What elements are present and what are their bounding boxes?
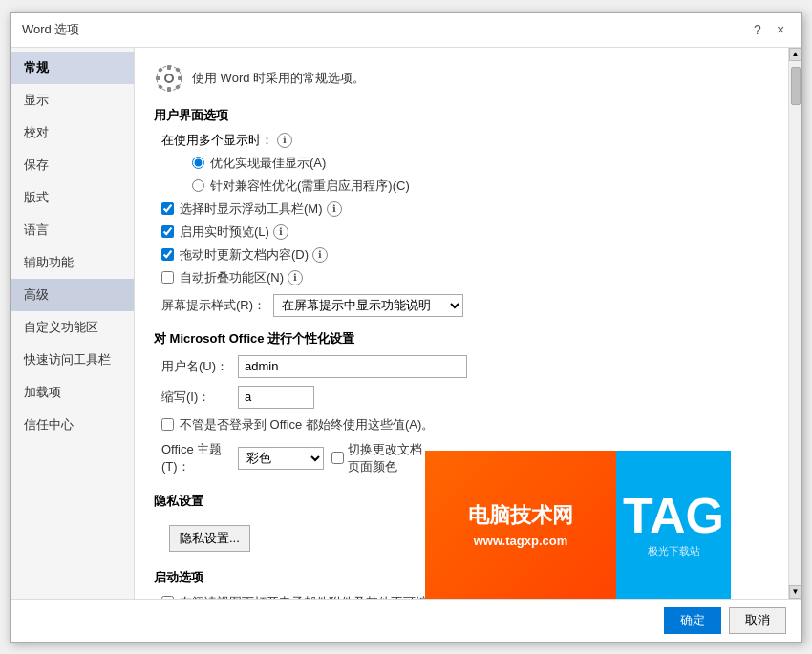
sidebar-item-快速访问工具栏[interactable]: 快速访问工具栏 xyxy=(11,344,134,376)
svg-rect-3 xyxy=(167,87,171,92)
radio1-label[interactable]: 优化实现最佳显示(A) xyxy=(210,155,326,172)
sidebar-item-常规[interactable]: 常规 xyxy=(11,52,134,84)
theme-label: Office 主题(T)： xyxy=(161,441,238,475)
startup-cb1-label[interactable]: 在阅读视图下打开电子邮件附件及其他不可编辑的文档(O) xyxy=(180,594,496,599)
sidebar-item-校对[interactable]: 校对 xyxy=(11,116,134,149)
sidebar-item-显示[interactable]: 显示 xyxy=(11,84,134,116)
svg-rect-4 xyxy=(156,76,160,80)
ok-button[interactable]: 确定 xyxy=(664,607,721,634)
title-buttons: ? × xyxy=(748,20,790,39)
svg-rect-2 xyxy=(167,65,171,70)
sidebar-item-自定义功能区[interactable]: 自定义功能区 xyxy=(11,311,134,344)
scroll-thumb[interactable] xyxy=(791,67,801,105)
radio1-row[interactable]: 优化实现最佳显示(A) xyxy=(154,155,769,172)
bottom-bar: 确定 取消 xyxy=(11,599,801,642)
cb-collapse-ribbon[interactable] xyxy=(161,271,174,284)
scroll-down-arrow[interactable]: ▼ xyxy=(789,585,802,599)
cb4-row[interactable]: 自动折叠功能区(N) ℹ xyxy=(154,269,769,286)
display-label: 在使用多个显示时： xyxy=(161,132,273,149)
info-icon-display: ℹ xyxy=(277,133,292,148)
info-icon-theme: ℹ xyxy=(428,451,443,466)
screen-tip-label: 屏幕提示样式(R)： xyxy=(161,297,266,314)
sidebar-item-版式[interactable]: 版式 xyxy=(11,181,134,214)
cb3-label[interactable]: 拖动时更新文档内容(D) xyxy=(180,246,309,264)
cb-update-doc[interactable] xyxy=(161,248,174,261)
theme-row: Office 主题(T)： 彩色深灰色黑色白色 切换更改文档页面颜色 ℹ xyxy=(154,441,769,475)
info-icon-cb3: ℹ xyxy=(312,247,328,263)
group-privacy-title: 隐私设置 xyxy=(154,493,769,510)
section-description: 使用 Word 时采用的常规选项。 xyxy=(192,70,365,87)
username-label: 用户名(U)： xyxy=(161,358,238,375)
dialog-title: Word 选项 xyxy=(22,21,79,38)
info-icon-cb4: ℹ xyxy=(288,270,303,285)
info-icon-cb2: ℹ xyxy=(273,224,288,240)
initials-row: 缩写(I)： xyxy=(154,386,769,409)
sidebar-item-信任中心[interactable]: 信任中心 xyxy=(11,409,134,441)
radio2-row[interactable]: 针对兼容性优化(需重启应用程序)(C) xyxy=(154,178,769,195)
title-bar: Word 选项 ? × xyxy=(11,13,801,48)
svg-rect-6 xyxy=(158,67,163,73)
scroll-up-arrow[interactable]: ▲ xyxy=(789,48,802,61)
cb1-label[interactable]: 选择时显示浮动工具栏(M) xyxy=(180,200,323,218)
cb-floating-toolbar[interactable] xyxy=(161,202,174,215)
main-content: 使用 Word 时采用的常规选项。 用户界面选项 在使用多个显示时： ℹ 优化实… xyxy=(135,48,788,599)
theme-extra-label[interactable]: 切换更改文档页面颜色 xyxy=(348,441,424,475)
theme-select[interactable]: 彩色深灰色黑色白色 xyxy=(238,447,324,470)
info-icon-cb1: ℹ xyxy=(327,201,342,217)
initials-label: 缩写(I)： xyxy=(161,389,238,406)
sidebar: 常规显示校对保存版式语言辅助功能高级自定义功能区快速访问工具栏加载项信任中心 xyxy=(11,48,135,599)
display-label-row: 在使用多个显示时： ℹ xyxy=(154,132,769,149)
cb1-row[interactable]: 选择时显示浮动工具栏(M) ℹ xyxy=(154,200,769,218)
help-button[interactable]: ? xyxy=(748,20,767,39)
always-use-row[interactable]: 不管是否登录到 Office 都始终使用这些值(A)。 xyxy=(154,416,769,433)
group-office-title: 对 Microsoft Office 进行个性化设置 xyxy=(154,330,769,348)
svg-rect-5 xyxy=(178,76,182,80)
sidebar-item-高级[interactable]: 高级 xyxy=(11,279,134,311)
cb-live-preview[interactable] xyxy=(161,225,174,238)
sidebar-item-保存[interactable]: 保存 xyxy=(11,149,134,181)
always-use-label[interactable]: 不管是否登录到 Office 都始终使用这些值(A)。 xyxy=(180,416,434,433)
settings-icon xyxy=(154,63,184,94)
dialog-body: 常规显示校对保存版式语言辅助功能高级自定义功能区快速访问工具栏加载项信任中心 xyxy=(11,48,801,599)
cb2-row[interactable]: 启用实时预览(L) ℹ xyxy=(154,223,769,241)
radio-compat[interactable] xyxy=(192,179,204,192)
sidebar-item-加载项[interactable]: 加载项 xyxy=(11,376,134,409)
svg-point-0 xyxy=(165,74,173,82)
startup-cb1-row[interactable]: 在阅读视图下打开电子邮件附件及其他不可编辑的文档(O) xyxy=(154,594,769,599)
scrollbar[interactable]: ▲ ▼ xyxy=(788,48,801,599)
screen-tip-row: 屏幕提示样式(R)： 在屏幕提示中显示功能说明不在屏幕提示中显示功能说明不显示屏… xyxy=(154,294,769,317)
privacy-settings-button[interactable]: 隐私设置... xyxy=(169,525,250,552)
cb-theme-extra[interactable] xyxy=(331,452,344,464)
word-options-dialog: Word 选项 ? × 常规显示校对保存版式语言辅助功能高级自定义功能区快速访问… xyxy=(10,12,802,643)
username-row: 用户名(U)： xyxy=(154,355,769,378)
cancel-button[interactable]: 取消 xyxy=(729,607,786,634)
username-input[interactable] xyxy=(238,355,467,378)
cb4-label[interactable]: 自动折叠功能区(N) xyxy=(180,269,284,286)
cb2-label[interactable]: 启用实时预览(L) xyxy=(180,223,269,241)
sidebar-item-语言[interactable]: 语言 xyxy=(11,214,134,246)
cb-always-use[interactable] xyxy=(161,418,174,431)
group-ui-title: 用户界面选项 xyxy=(154,107,769,124)
cb-open-readonly[interactable] xyxy=(161,596,174,599)
cb3-row[interactable]: 拖动时更新文档内容(D) ℹ xyxy=(154,246,769,264)
radio2-label[interactable]: 针对兼容性优化(需重启应用程序)(C) xyxy=(210,178,410,195)
section-header: 使用 Word 时采用的常规选项。 xyxy=(154,63,769,94)
screen-tip-select[interactable]: 在屏幕提示中显示功能说明不在屏幕提示中显示功能说明不显示屏幕提示 xyxy=(273,294,463,317)
sidebar-item-辅助功能[interactable]: 辅助功能 xyxy=(11,246,134,279)
group-startup-title: 启动选项 xyxy=(154,569,769,586)
radio-optimize-display[interactable] xyxy=(192,157,204,169)
close-button[interactable]: × xyxy=(771,20,790,39)
initials-input[interactable] xyxy=(238,386,314,409)
